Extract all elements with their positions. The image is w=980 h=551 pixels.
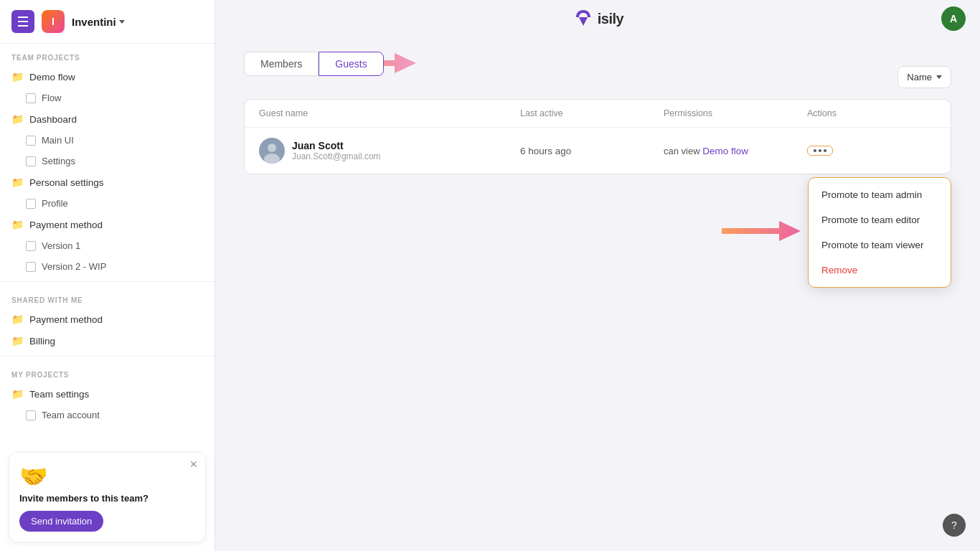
sidebar-header: I Inventini — [0, 0, 215, 44]
table-header: Guest name Last active Permissions Actio… — [245, 100, 951, 128]
brand-icon: I — [42, 10, 65, 33]
sidebar-item-payment-method[interactable]: 📁 Payment method — [0, 214, 215, 235]
file-icon — [26, 410, 36, 420]
my-projects-label: MY PROJECTS — [0, 361, 215, 383]
right-arrow-annotation — [722, 215, 801, 250]
dot — [824, 149, 826, 152]
sidebar-item-label: Team account — [42, 410, 100, 420]
sidebar-item-main-ui[interactable]: Main UI — [0, 130, 215, 151]
content-area: Members Guests Name — [215, 37, 980, 551]
permissions: can view Demo flow — [664, 146, 807, 156]
col-permissions: Permissions — [664, 108, 807, 118]
context-promote-editor[interactable]: Promote to team editor — [809, 207, 951, 232]
help-button[interactable]: ? — [943, 514, 966, 537]
guest-name: Juan Scott — [292, 140, 381, 151]
invite-emoji: 🤝 — [19, 463, 195, 490]
dot — [814, 149, 816, 152]
chevron-down-icon — [936, 75, 942, 79]
sidebar-item-flow[interactable]: Flow — [0, 88, 215, 108]
visily-logo-icon — [572, 7, 595, 30]
sidebar-item-settings[interactable]: Settings — [0, 151, 215, 171]
folder-icon: 📁 — [11, 335, 24, 347]
tab-guests[interactable]: Guests — [319, 52, 383, 76]
svg-marker-4 — [722, 221, 801, 241]
col-actions: Actions — [807, 108, 936, 118]
sidebar-item-label: Payment method — [29, 314, 103, 325]
sidebar-item-dashboard[interactable]: 📁 Dashboard — [0, 108, 215, 130]
sidebar-item-label: Team settings — [29, 389, 89, 400]
guest-info: Juan Scott Juan.Scott@gmail.com — [259, 138, 520, 164]
invite-text: Invite members to this team? — [19, 493, 195, 504]
sidebar-item-personal-settings[interactable]: 📁 Personal settings — [0, 171, 215, 193]
sidebar-item-label: Settings — [42, 156, 75, 166]
sidebar-item-label: Version 2 - WIP — [42, 261, 106, 272]
folder-icon: 📁 — [11, 113, 24, 125]
sidebar-item-version1[interactable]: Version 1 — [0, 235, 215, 256]
folder-icon: 📁 — [11, 71, 24, 83]
folder-icon: 📁 — [11, 314, 24, 325]
action-menu-button[interactable] — [807, 146, 833, 156]
sidebar-item-label: Payment method — [29, 220, 103, 230]
sidebar-item-label: Dashboard — [29, 114, 77, 125]
folder-icon: 📁 — [11, 388, 24, 400]
col-last-active: Last active — [520, 108, 664, 118]
guest-email: Juan.Scott@gmail.com — [292, 151, 381, 161]
file-icon — [26, 241, 36, 251]
context-menu: Promote to team admin Promote to team ed… — [808, 177, 951, 288]
chevron-down-icon — [119, 20, 125, 24]
dot — [819, 149, 821, 152]
visily-text: isily — [598, 11, 623, 27]
brand-name[interactable]: Inventini — [72, 16, 125, 28]
table-row: Juan Scott Juan.Scott@gmail.com 6 hours … — [245, 128, 951, 174]
hamburger-icon — [18, 17, 28, 27]
sidebar-item-demo-flow[interactable]: 📁 Demo flow — [0, 66, 215, 88]
topbar: isily A — [215, 0, 980, 37]
col-guest-name: Guest name — [259, 108, 520, 118]
sidebar-item-profile[interactable]: Profile — [0, 193, 215, 214]
sidebar: I Inventini TEAM PROJECTS 📁 Demo flow Fl… — [0, 0, 215, 551]
folder-icon: 📁 — [11, 176, 24, 188]
sidebar-item-label: Profile — [42, 198, 68, 209]
send-invitation-button[interactable]: Send invitation — [19, 511, 103, 532]
user-avatar[interactable]: A — [941, 6, 966, 31]
file-icon — [26, 136, 36, 146]
file-icon — [26, 262, 36, 272]
sidebar-item-version2[interactable]: Version 2 - WIP — [0, 256, 215, 277]
shared-with-me-label: SHARED WITH ME — [0, 286, 215, 309]
sidebar-item-team-settings[interactable]: 📁 Team settings — [0, 383, 215, 405]
file-icon — [26, 93, 36, 103]
last-active: 6 hours ago — [520, 146, 664, 156]
sidebar-item-label: Billing — [29, 336, 55, 347]
sidebar-item-billing[interactable]: 📁 Billing — [0, 330, 215, 352]
file-icon — [26, 156, 36, 166]
context-promote-admin[interactable]: Promote to team admin — [809, 182, 951, 207]
tab-group: Members Guests — [244, 52, 384, 76]
context-remove[interactable]: Remove — [809, 258, 951, 283]
team-projects-label: TEAM PROJECTS — [0, 44, 215, 66]
sidebar-item-team-account[interactable]: Team account — [0, 405, 215, 425]
sidebar-item-shared-payment[interactable]: 📁 Payment method — [0, 309, 215, 330]
svg-point-2 — [268, 143, 276, 152]
context-promote-viewer[interactable]: Promote to team viewer — [809, 232, 951, 258]
invite-banner: ✕ 🤝 Invite members to this team? Send in… — [9, 452, 206, 542]
sidebar-item-label: Personal settings — [29, 177, 104, 188]
hamburger-button[interactable] — [11, 10, 34, 33]
sort-label: Name — [907, 72, 932, 83]
main-content: isily A Members Guests — [215, 0, 980, 551]
sort-dropdown[interactable]: Name — [897, 66, 951, 88]
folder-icon: 📁 — [11, 219, 24, 230]
actions-cell — [807, 146, 936, 156]
sidebar-item-label: Flow — [42, 93, 61, 103]
tab-members[interactable]: Members — [244, 52, 319, 76]
guest-table: Guest name Last active Permissions Actio… — [244, 99, 951, 174]
invite-banner-close-button[interactable]: ✕ — [189, 458, 198, 470]
sidebar-item-label: Demo flow — [29, 72, 75, 83]
file-icon — [26, 199, 36, 209]
avatar — [259, 138, 285, 164]
sidebar-item-label: Version 1 — [42, 240, 80, 251]
perm-link[interactable]: Demo flow — [702, 146, 748, 156]
sidebar-item-label: Main UI — [42, 135, 74, 146]
visily-logo: isily — [572, 7, 623, 30]
